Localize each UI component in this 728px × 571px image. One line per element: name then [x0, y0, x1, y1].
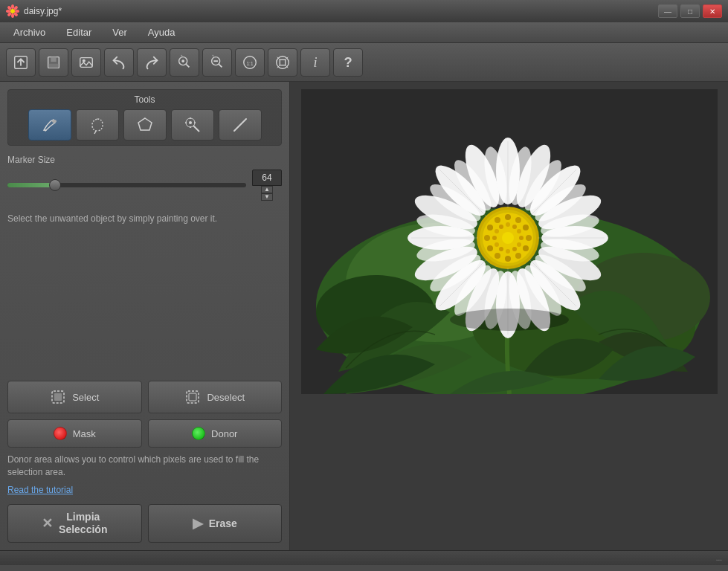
- slider-fill: [7, 183, 55, 187]
- magic-wand-tool-button[interactable]: [171, 109, 214, 141]
- daisy-image: [301, 89, 718, 394]
- svg-point-101: [495, 217, 500, 223]
- svg-line-20: [181, 54, 182, 56]
- svg-point-100: [487, 225, 493, 230]
- svg-text:?: ?: [344, 54, 352, 70]
- image-button[interactable]: [71, 48, 101, 77]
- menu-editar[interactable]: Editar: [56, 24, 102, 41]
- svg-line-19: [186, 64, 189, 67]
- svg-point-96: [505, 256, 511, 262]
- tutorial-link[interactable]: Read the tutorial: [7, 485, 282, 495]
- erase-icon: ▶: [193, 515, 203, 532]
- svg-text:1:1: 1:1: [247, 60, 254, 65]
- right-panel: [290, 82, 728, 550]
- menu-ver[interactable]: Ver: [102, 24, 138, 41]
- marker-size-slider[interactable]: [7, 183, 246, 187]
- svg-line-44: [234, 119, 246, 131]
- close-button[interactable]: ✕: [703, 4, 722, 18]
- svg-rect-28: [280, 59, 285, 65]
- mask-button[interactable]: Mask: [7, 419, 142, 448]
- marker-size-up[interactable]: ▲: [261, 186, 273, 193]
- svg-point-97: [495, 253, 500, 259]
- marker-spinners: ▲ ▼: [261, 186, 273, 201]
- deselect-button-label: Deselect: [207, 392, 245, 403]
- help-button[interactable]: ?: [333, 48, 363, 77]
- marker-tool-button[interactable]: [28, 109, 71, 141]
- svg-point-94: [523, 245, 529, 251]
- svg-line-37: [193, 126, 199, 132]
- svg-line-24: [213, 54, 214, 56]
- info-button[interactable]: i: [300, 48, 330, 77]
- svg-point-107: [512, 247, 517, 251]
- donor-color-indicator: [192, 427, 205, 440]
- tools-section: Tools: [7, 89, 282, 146]
- slider-thumb[interactable]: [49, 179, 61, 191]
- svg-point-105: [519, 236, 524, 240]
- donor-button[interactable]: Donor: [148, 419, 283, 448]
- lasso-tool-button[interactable]: [76, 109, 119, 141]
- svg-point-112: [495, 229, 499, 233]
- clear-selection-button[interactable]: ✕ LimpiaSelección: [7, 504, 142, 543]
- mask-button-label: Mask: [73, 428, 96, 439]
- maximize-button[interactable]: □: [680, 4, 700, 18]
- svg-point-108: [506, 249, 510, 254]
- clear-selection-label: LimpiaSelección: [59, 511, 107, 536]
- svg-rect-46: [54, 393, 62, 401]
- select-deselect-row: Select Deselect: [7, 381, 282, 413]
- tools-title: Tools: [13, 94, 277, 105]
- donor-description: Donor area allows you to control which p…: [7, 454, 282, 479]
- svg-point-1: [11, 4, 14, 9]
- marker-size-label: Marker Size: [7, 155, 282, 165]
- marker-size-down[interactable]: ▼: [261, 193, 273, 201]
- svg-point-104: [517, 229, 521, 233]
- donor-button-label: Donor: [211, 428, 237, 439]
- clear-selection-icon: ✕: [42, 515, 53, 532]
- minimize-button[interactable]: —: [658, 4, 677, 18]
- select-button[interactable]: Select: [7, 381, 142, 413]
- mask-donor-row: Mask Donor: [7, 419, 282, 448]
- erase-button[interactable]: ▶ Erase: [148, 504, 283, 543]
- zoom-1-1-button[interactable]: 1:1: [235, 48, 265, 77]
- erase-label: Erase: [209, 517, 237, 529]
- line-tool-button[interactable]: [219, 109, 262, 141]
- svg-point-111: [492, 236, 497, 240]
- polygon-tool-button[interactable]: [123, 109, 167, 141]
- svg-point-98: [487, 245, 493, 251]
- svg-point-90: [505, 214, 511, 220]
- marker-value-box: ▲ ▼: [252, 170, 282, 201]
- titlebar: daisy.jpg* — □ ✕: [0, 0, 728, 22]
- redo-button[interactable]: [137, 48, 167, 77]
- svg-point-123: [450, 309, 569, 331]
- menu-archivo[interactable]: Archivo: [3, 24, 56, 41]
- svg-marker-36: [138, 118, 152, 130]
- svg-text:i: i: [313, 54, 317, 69]
- marker-size-input[interactable]: [252, 170, 282, 186]
- svg-point-91: [515, 217, 521, 223]
- zoom-in-button[interactable]: [170, 48, 199, 77]
- marker-size-section: Marker Size ▲ ▼: [7, 152, 282, 204]
- svg-point-103: [512, 225, 517, 229]
- titlebar-controls: — □ ✕: [658, 4, 722, 18]
- status-coords: ...: [716, 554, 722, 562]
- select-button-label: Select: [72, 392, 99, 403]
- svg-point-5: [11, 13, 14, 18]
- left-panel: Tools: [0, 82, 290, 550]
- svg-point-0: [10, 9, 15, 13]
- tools-row: [13, 109, 277, 141]
- svg-point-93: [526, 235, 532, 241]
- window-title: daisy.jpg*: [24, 6, 62, 16]
- svg-point-3: [15, 10, 19, 13]
- titlebar-left: daisy.jpg*: [6, 4, 62, 18]
- deselect-button[interactable]: Deselect: [148, 381, 283, 413]
- undo-button[interactable]: [104, 48, 134, 77]
- main-area: Tools: [0, 82, 728, 550]
- svg-line-23: [219, 64, 222, 67]
- svg-rect-13: [49, 63, 59, 68]
- menu-ayuda[interactable]: Ayuda: [138, 24, 186, 41]
- zoom-fit-button[interactable]: [268, 48, 297, 77]
- zoom-out-button[interactable]: [202, 48, 232, 77]
- svg-point-15: [83, 59, 85, 62]
- save-button[interactable]: [39, 48, 68, 77]
- open-button[interactable]: [6, 48, 36, 77]
- svg-point-35: [52, 120, 57, 123]
